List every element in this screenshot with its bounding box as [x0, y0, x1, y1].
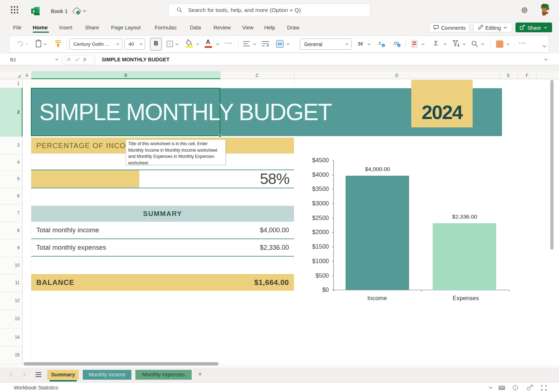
svg-text:$0: $0	[322, 286, 329, 293]
svg-text:Income: Income	[367, 295, 387, 301]
svg-text:$2000: $2000	[312, 229, 329, 235]
svg-text:$4000: $4000	[312, 171, 329, 178]
svg-text:$1500: $1500	[312, 243, 329, 250]
svg-text:.0: .0	[378, 41, 381, 46]
svg-text:$4500: $4500	[312, 157, 329, 163]
svg-text:X: X	[32, 9, 35, 13]
svg-text:$2500: $2500	[312, 215, 329, 221]
svg-text:$4,000.00: $4,000.00	[365, 166, 390, 172]
svg-text:$2,336.00: $2,336.00	[452, 213, 477, 220]
svg-text:$500: $500	[315, 272, 329, 279]
svg-text:$3500: $3500	[312, 185, 329, 192]
svg-text:$3000: $3000	[312, 200, 329, 207]
svg-text:$1000: $1000	[312, 258, 329, 264]
svg-text:Expenses: Expenses	[453, 295, 479, 301]
